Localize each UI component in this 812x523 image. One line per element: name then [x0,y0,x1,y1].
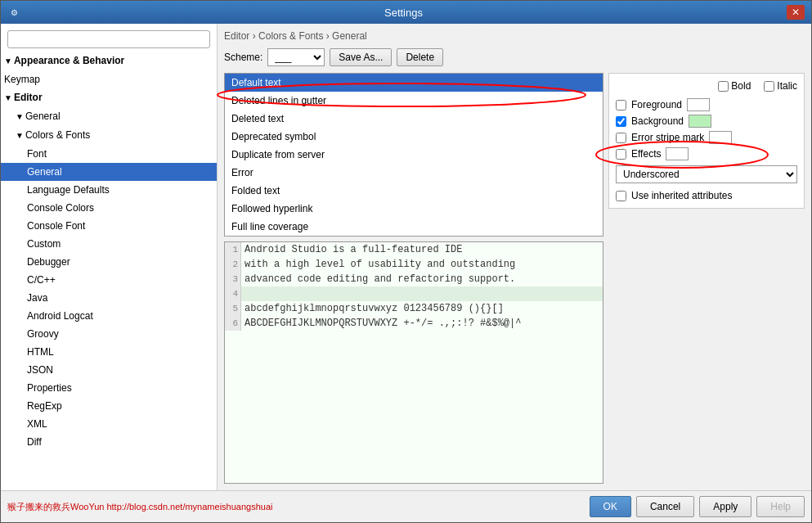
error-stripe-color-box[interactable] [709,131,732,144]
list-item[interactable]: Deleted lines in gutter [225,92,603,110]
list-item[interactable]: Error [225,164,603,182]
delete-button[interactable]: Delete [397,48,443,66]
list-item[interactable]: Deleted text [225,110,603,128]
sidebar-item-debugger[interactable]: Debugger [1,253,217,271]
sidebar-search[interactable] [7,30,210,48]
ok-button[interactable]: OK [590,496,631,517]
close-button[interactable]: ✕ [787,5,805,20]
error-stripe-row: Error stripe mark [616,131,797,144]
foreground-checkbox[interactable] [616,100,626,110]
effects-row: Effects [616,147,797,160]
bottom-bar: 猴子搬来的救兵WooYun http://blog.csdn.net/mynam… [1,490,811,522]
watermark: 猴子搬来的救兵WooYun http://blog.csdn.net/mynam… [7,501,585,513]
left-panel: Default text Deleted lines in gutter Del… [224,73,603,484]
effects-dropdown[interactable]: Underscored Bold underscored Underwaved … [616,165,797,183]
preview-area: 1 Android Studio is a full-featured IDE … [224,241,603,484]
inherited-checkbox[interactable] [616,191,626,201]
sidebar-item-colors-fonts[interactable]: ▼Colors & Fonts [1,126,217,145]
sidebar-item-editor[interactable]: ▼Editor [1,88,217,107]
preview-line: 3 advanced code editing and refactoring … [225,272,603,286]
background-checkbox[interactable] [616,116,626,127]
preview-line: 2 with a high level of usability and out… [225,257,603,272]
sidebar-item-groovy[interactable]: Groovy [1,325,217,343]
sidebar-item-properties[interactable]: Properties [1,379,217,397]
preview-line: 6 ABCDEFGHIJKLMNOPQRSTUVWXYZ +-*/= .,;:!… [225,316,603,331]
apply-button[interactable]: Apply [699,496,751,517]
expand-icon-general: ▼ [16,112,24,121]
sidebar-item-html[interactable]: HTML [1,343,217,361]
inherited-row: Use inherited attributes [616,190,797,201]
cancel-button[interactable]: Cancel [636,496,694,517]
sidebar-item-console-font[interactable]: Console Font [1,217,217,235]
bold-label[interactable]: Bold [718,80,751,92]
foreground-color-box[interactable] [687,98,710,111]
expand-icon: ▼ [4,56,12,65]
list-item[interactable]: Default text [225,74,603,92]
split-panel: Default text Deleted lines in gutter Del… [224,73,805,484]
sidebar-item-regexp[interactable]: RegExp [1,397,217,415]
sidebar-item-general2[interactable]: General [1,163,217,181]
list-item[interactable]: Duplicate from server [225,146,603,164]
list-item[interactable]: Full line coverage [225,218,603,236]
sidebar-item-java[interactable]: Java [1,289,217,307]
scheme-select[interactable]: ___ [267,48,325,66]
effects-checkbox[interactable] [616,149,626,160]
preview-line: 1 Android Studio is a full-featured IDE [225,242,603,257]
sidebar-item-appearance[interactable]: ▼Appearance & Behavior [1,52,217,70]
list-item[interactable]: Folded text [225,182,603,200]
italic-label[interactable]: Italic [764,80,797,92]
foreground-row: Foreground [616,98,797,111]
breadcrumb: Editor › Colors & Fonts › General [224,30,805,42]
sidebar-item-diff[interactable]: Diff [1,433,217,451]
expand-icon-editor: ▼ [4,93,12,102]
sidebar-item-console-colors[interactable]: Console Colors [1,199,217,217]
sidebar-item-xml[interactable]: XML [1,415,217,433]
window-title: Settings [20,7,787,19]
help-button[interactable]: Help [756,496,805,517]
app-icon: ⚙ [7,6,20,19]
effects-color-box[interactable] [666,147,689,160]
sidebar-item-font[interactable]: Font [1,145,217,163]
expand-icon-colors: ▼ [16,131,24,140]
sidebar-item-android-logcat[interactable]: Android Logcat [1,307,217,325]
sidebar-item-custom[interactable]: Custom [1,235,217,253]
right-panel: Bold Italic Foreground [608,73,805,484]
scheme-row: Scheme: ___ Save As... Delete [224,48,805,66]
sidebar-item-json[interactable]: JSON [1,361,217,379]
save-as-button[interactable]: Save As... [330,48,392,66]
scheme-label: Scheme: [224,52,262,63]
list-item[interactable]: Gutter background [225,236,603,237]
sidebar-item-general[interactable]: ▼General [1,107,217,126]
main-content: Editor › Colors & Fonts › General Scheme… [218,24,811,490]
preview-line-highlighted: 4 [225,286,603,301]
list-item[interactable]: Followed hyperlink [225,200,603,218]
list-item[interactable]: Deprecated symbol [225,128,603,146]
background-row: Background [616,115,797,128]
error-stripe-checkbox[interactable] [616,133,626,143]
settings-window: ⚙ Settings ✕ ▼Appearance & Behavior Keym… [0,0,812,523]
font-style-panel: Bold Italic Foreground [608,73,805,209]
bold-checkbox[interactable] [718,81,729,92]
preview-line: 5 abcdefghijklmnopqrstuvwxyz 0123456789 … [225,301,603,316]
title-bar: ⚙ Settings ✕ [1,1,811,24]
italic-checkbox[interactable] [764,81,774,92]
sidebar: ▼Appearance & Behavior Keymap ▼Editor ▼G… [1,24,218,490]
sidebar-item-keymap[interactable]: Keymap [1,70,217,88]
items-list[interactable]: Default text Deleted lines in gutter Del… [224,73,603,237]
background-color-box[interactable] [689,115,711,128]
font-style-row: Bold Italic [616,80,797,92]
sidebar-item-cpp[interactable]: C/C++ [1,271,217,289]
content-area: ▼Appearance & Behavior Keymap ▼Editor ▼G… [1,24,811,490]
sidebar-item-language-defaults[interactable]: Language Defaults [1,181,217,199]
